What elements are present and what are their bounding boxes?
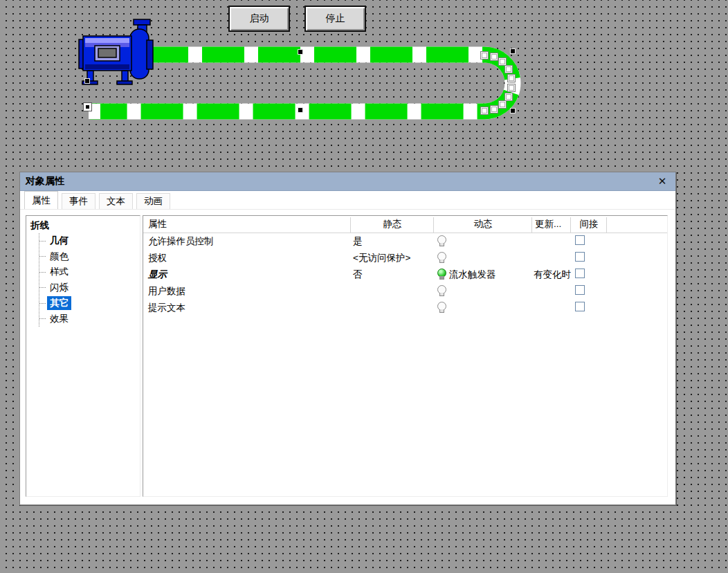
origin-vertex-handle[interactable]: [83, 102, 92, 111]
table-row[interactable]: 授权 <无访问保护>: [143, 250, 667, 266]
tree-item-颜色[interactable]: 颜色: [39, 249, 140, 265]
dynamic-bulb-icon[interactable]: [437, 285, 446, 299]
property-grid: 属性 静态 动态 更新... 间接 允许操作员控制 是 授权 <无访问保护>: [143, 215, 668, 497]
vertex-handle[interactable]: [490, 105, 498, 113]
static-value[interactable]: 否: [353, 269, 363, 281]
table-row[interactable]: 显示 否 流水触发器 有变化时: [143, 266, 667, 283]
static-value[interactable]: <无访问保护>: [353, 252, 410, 264]
tree-item-label[interactable]: 闪烁: [47, 281, 71, 295]
table-row[interactable]: 允许操作员控制 是: [143, 233, 667, 250]
property-tree: 折线 几何 颜色 样式 闪烁 其它 效果: [26, 215, 140, 497]
design-canvas[interactable]: 启动 停止 对象属性 ✕ 属性 事件 文本 动画 折线 几何 颜色 样式 闪烁 …: [0, 0, 728, 573]
indirect-checkbox[interactable]: [575, 285, 585, 295]
dynamic-bulb-icon[interactable]: [437, 269, 446, 282]
tree-item-其它[interactable]: 其它: [39, 295, 140, 311]
dialog-body: 折线 几何 颜色 样式 闪烁 其它 效果 属性 静态 动态 更新... 间接: [20, 210, 675, 504]
tree-item-几何[interactable]: 几何: [39, 233, 140, 249]
property-table-rows: 允许操作员控制 是 授权 <无访问保护> 显示 否 流水触发器 有变化时 用户数…: [143, 233, 667, 316]
dynamic-bulb-icon[interactable]: [437, 302, 446, 316]
tab-text[interactable]: 文本: [99, 193, 133, 209]
dialog-title: 对象属性: [26, 175, 64, 188]
static-value[interactable]: 是: [353, 235, 363, 248]
col-indirect: 间接: [571, 218, 607, 230]
col-static: 静态: [351, 218, 434, 230]
start-button[interactable]: 启动: [228, 6, 290, 32]
property-name: 提示文本: [148, 302, 185, 314]
object-properties-dialog: 对象属性 ✕ 属性 事件 文本 动画 折线 几何 颜色 样式 闪烁 其它 效果 …: [19, 172, 676, 505]
col-update: 更新...: [535, 218, 561, 230]
stop-button[interactable]: 停止: [304, 6, 366, 32]
vertex-handle[interactable]: [490, 53, 498, 61]
table-row[interactable]: 用户数据: [143, 283, 667, 300]
tree-item-闪烁[interactable]: 闪烁: [39, 280, 140, 296]
tab-properties[interactable]: 属性: [24, 191, 58, 209]
tree-item-label[interactable]: 样式: [47, 265, 71, 279]
selection-handle[interactable]: [298, 49, 303, 55]
indirect-checkbox[interactable]: [575, 252, 585, 262]
vertex-handle[interactable]: [504, 65, 513, 73]
tab-animation[interactable]: 动画: [136, 193, 170, 209]
dynamic-bulb-icon[interactable]: [437, 252, 446, 266]
dialog-tab-strip: 属性 事件 文本 动画: [20, 191, 675, 210]
indirect-checkbox[interactable]: [575, 302, 585, 311]
tree-item-label[interactable]: 颜色: [47, 250, 71, 264]
tree-item-效果[interactable]: 效果: [39, 311, 140, 327]
tree-item-label[interactable]: 几何: [47, 234, 71, 248]
tree-item-label[interactable]: 效果: [47, 312, 71, 326]
selection-handle[interactable]: [84, 78, 90, 84]
vertex-handle[interactable]: [507, 74, 516, 82]
tree-root-polyline[interactable]: 折线: [29, 218, 140, 233]
grid-header: 属性 静态 动态 更新... 间接: [143, 216, 667, 233]
vertex-handle[interactable]: [507, 84, 516, 92]
dynamic-bulb-icon[interactable]: [437, 235, 446, 249]
pump-graphic[interactable]: [79, 19, 153, 84]
selection-handle[interactable]: [298, 107, 303, 113]
property-name: 允许操作员控制: [148, 235, 214, 248]
col-dynamic: 动态: [434, 218, 532, 230]
close-icon[interactable]: ✕: [655, 174, 670, 189]
property-name: 授权: [148, 252, 167, 264]
table-row[interactable]: 提示文本: [143, 300, 667, 316]
property-name: 用户数据: [148, 285, 185, 298]
dialog-title-bar[interactable]: 对象属性 ✕: [20, 172, 675, 191]
indirect-checkbox[interactable]: [575, 269, 585, 278]
dynamic-value[interactable]: 流水触发器: [449, 269, 496, 281]
tab-events[interactable]: 事件: [62, 193, 95, 209]
col-property: 属性: [148, 218, 167, 230]
vertex-handle[interactable]: [480, 51, 489, 60]
property-name: 显示: [148, 269, 167, 281]
update-value[interactable]: 有变化时: [534, 269, 572, 281]
tree-item-label[interactable]: 其它: [47, 296, 71, 310]
indirect-checkbox[interactable]: [575, 235, 585, 245]
vertex-handle[interactable]: [498, 100, 507, 109]
vertex-handle[interactable]: [480, 107, 489, 115]
tree-item-样式[interactable]: 样式: [39, 264, 140, 280]
selection-handle[interactable]: [510, 48, 516, 54]
selection-handle[interactable]: [510, 108, 516, 113]
